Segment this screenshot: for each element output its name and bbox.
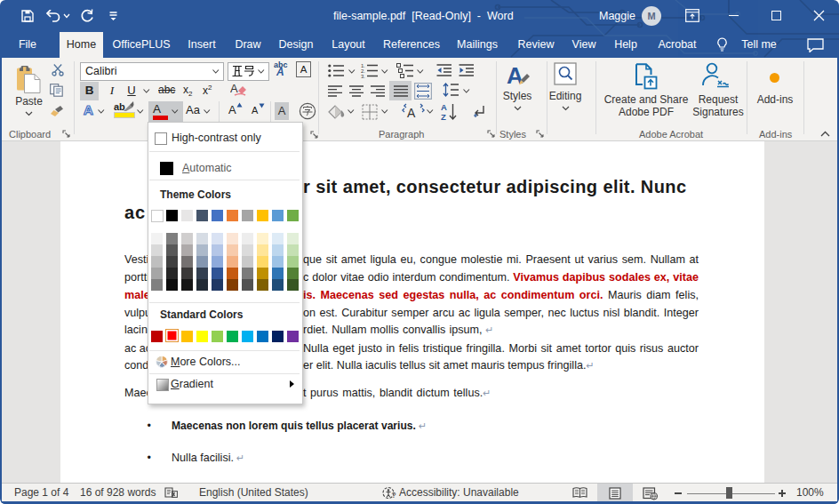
svg-text:?: ? [392,491,396,500]
svg-text:A: A [441,102,447,112]
svg-text:A: A [230,82,238,95]
svg-text:A: A [507,62,523,89]
svg-text:3.: 3. [361,74,365,78]
svg-text:A: A [407,106,416,120]
svg-text:Z: Z [441,112,446,122]
